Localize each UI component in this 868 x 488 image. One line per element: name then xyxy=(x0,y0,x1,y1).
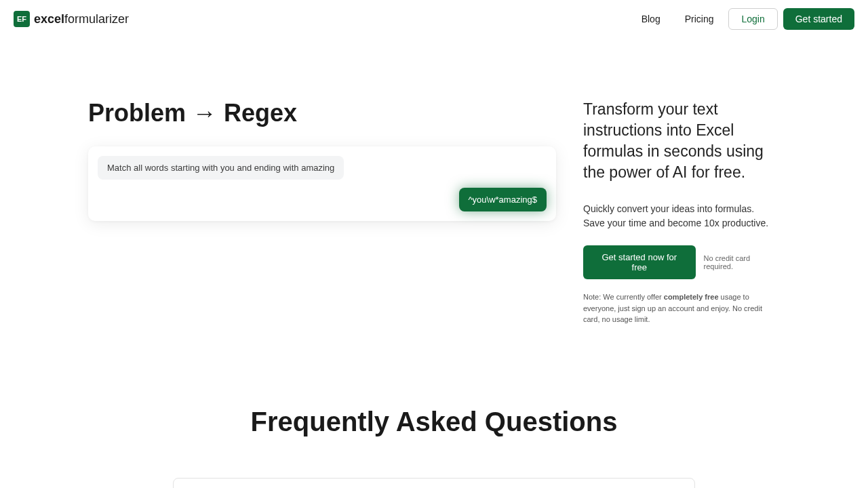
cta-row: Get started now for free No credit card … xyxy=(583,245,780,279)
hero-title: Problem → Regex xyxy=(88,99,556,127)
hero-left: Problem → Regex Match all words starting… xyxy=(88,99,556,325)
nav: Blog Pricing Login Get started xyxy=(632,8,854,30)
faq-title: Frequently Asked Questions xyxy=(88,407,780,437)
hero-headline: Transform your text instructions into Ex… xyxy=(583,99,780,183)
logo-text: excelformularizer xyxy=(34,12,129,26)
demo-card: Match all words starting with you and en… xyxy=(88,146,556,221)
cta-hint: No credit card required. xyxy=(704,254,780,270)
logo[interactable]: EF excelformularizer xyxy=(14,11,129,27)
get-started-button[interactable]: Get started xyxy=(783,8,854,30)
login-button[interactable]: Login xyxy=(728,8,777,30)
note-text: Note: We currently offer completely free… xyxy=(583,291,780,325)
title-problem: Problem xyxy=(88,99,186,127)
note-bold: completely free xyxy=(664,293,719,301)
hero-subline1: Quickly convert your ideas into formulas… xyxy=(583,203,754,214)
cta-button[interactable]: Get started now for free xyxy=(583,245,696,279)
logo-abbr: EF xyxy=(17,15,26,23)
chat-output-bubble: ^you\w*amazing$ xyxy=(459,188,547,211)
logo-suffix: formularizer xyxy=(64,12,129,26)
logo-prefix: excel xyxy=(34,12,64,26)
header: EF excelformularizer Blog Pricing Login … xyxy=(0,0,868,38)
hero-section: Problem → Regex Match all words starting… xyxy=(75,38,793,366)
nav-pricing[interactable]: Pricing xyxy=(675,8,724,30)
hero-subtext: Quickly convert your ideas into formulas… xyxy=(583,202,780,230)
arrow-right-icon: → xyxy=(193,101,217,125)
faq-section: Frequently Asked Questions What is Excel… xyxy=(75,407,793,488)
hero-subline2: Save your time and become 10x productive… xyxy=(583,218,768,228)
faq-card: What is Excel Formularizer? Excel Formul… xyxy=(173,478,695,488)
title-regex: Regex xyxy=(224,99,297,127)
note-prefix: Note: We currently offer xyxy=(583,293,664,301)
hero-right: Transform your text instructions into Ex… xyxy=(583,99,780,325)
chat-input-bubble: Match all words starting with you and en… xyxy=(98,156,344,180)
nav-blog[interactable]: Blog xyxy=(632,8,670,30)
logo-icon: EF xyxy=(14,11,30,27)
